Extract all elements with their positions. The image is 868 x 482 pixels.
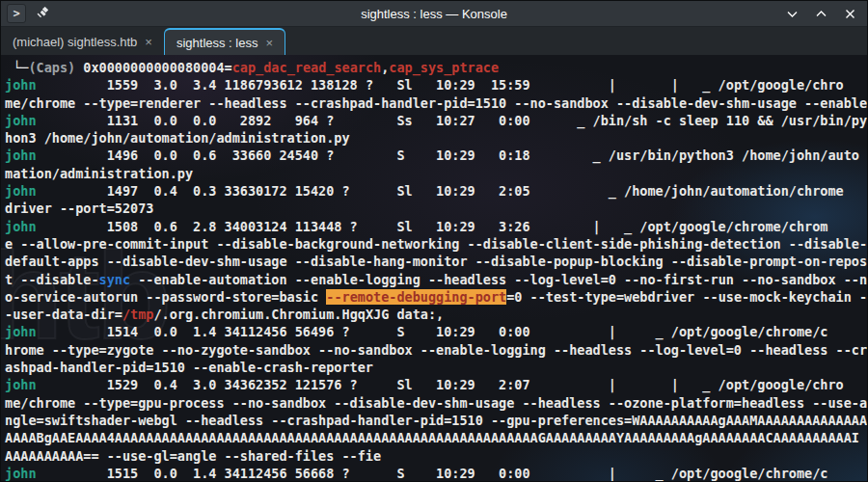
terminal-line: t --disable-sync --enable-automation --e… (5, 271, 867, 288)
tab-bar: (michael) sightless.htb × sightless : le… (1, 27, 867, 55)
terminal-line: john 1497 0.4 0.3 33630172 15420 ? Sl 10… (5, 182, 867, 200)
titlebar[interactable]: > sightless : less — Konsole (1, 1, 867, 27)
tab-michael-sightless[interactable]: (michael) sightless.htb × (1, 28, 164, 55)
terminal-output: └─(Caps) 0x0000000000080004=cap_dac_read… (5, 59, 867, 481)
konsole-window: > sightless : less — Konsole (0, 0, 868, 482)
terminal-line: me/chrome --type=gpu-process --no-sandbo… (5, 394, 867, 412)
terminal-viewport[interactable]: htb └─(Caps) 0x0000000000080004=cap_dac_… (1, 55, 867, 481)
terminal-line: john 1496 0.0 0.6 33660 24540 ? S 10:29 … (5, 147, 867, 164)
terminal-line: AAAAAAAAAA== --use-gl=angle --shared-fil… (5, 447, 867, 465)
pin-icon[interactable] (35, 6, 50, 21)
terminal-line: mation/administration.py (5, 165, 867, 182)
terminal-line: john 1529 0.4 3.0 34362352 121576 ? Sl 1… (5, 376, 867, 393)
tab-close-icon[interactable]: × (265, 37, 273, 49)
terminal-line: e --allow-pre-commit-input --disable-bac… (5, 235, 867, 253)
terminal-line: ngle=swiftshader-webgl --headless --cras… (5, 412, 867, 429)
terminal-line: default-apps --disable-dev-shm-usage --d… (5, 253, 867, 270)
terminal-line: -user-data-dir=/tmp/.org.chromium.Chromi… (5, 306, 867, 323)
minimize-icon[interactable] (784, 6, 800, 21)
close-icon[interactable] (842, 6, 857, 21)
terminal-line: john 1514 0.0 1.4 34112456 56496 ? S 10:… (5, 323, 867, 340)
terminal-line: john 1131 0.0 0.0 2892 964 ? Ss 10:27 0:… (5, 112, 867, 129)
maximize-icon[interactable] (813, 6, 828, 21)
terminal-line: me/chrome --type=renderer --headless --c… (5, 94, 867, 112)
tab-sightless-less[interactable]: sightless : less × (164, 28, 285, 55)
window-title: sightless : less — Konsole (1, 7, 867, 21)
terminal-line: john 1515 0.0 1.4 34112456 56668 ? S 10:… (5, 465, 867, 481)
terminal-line: driver --port=52073 (5, 200, 867, 217)
terminal-line: john 1559 3.0 3.4 1186793612 138128 ? Sl… (5, 76, 867, 94)
terminal-line: └─(Caps) 0x0000000000080004=cap_dac_read… (5, 59, 867, 76)
terminal-line: o-service-autorun --password-store=basic… (5, 288, 867, 306)
tab-close-icon[interactable]: × (145, 36, 152, 48)
konsole-app-icon[interactable]: > (7, 4, 26, 23)
tab-label: (michael) sightless.htb (13, 35, 137, 49)
tab-label: sightless : less (176, 36, 258, 50)
terminal-line: john 1508 0.6 2.8 34003124 113448 ? Sl 1… (5, 218, 867, 235)
terminal-line: hrome --type=zygote --no-zygote-sandbox … (5, 341, 867, 359)
terminal-line: AAAABgAAEAAAA4AAAAAAAAAAAAAAAAAAAAAAAAAA… (5, 429, 867, 446)
terminal-line: hon3 /home/john/automation/administratio… (5, 129, 867, 147)
terminal-line: ashpad-handler-pid=1510 --enable-crash-r… (5, 359, 867, 376)
